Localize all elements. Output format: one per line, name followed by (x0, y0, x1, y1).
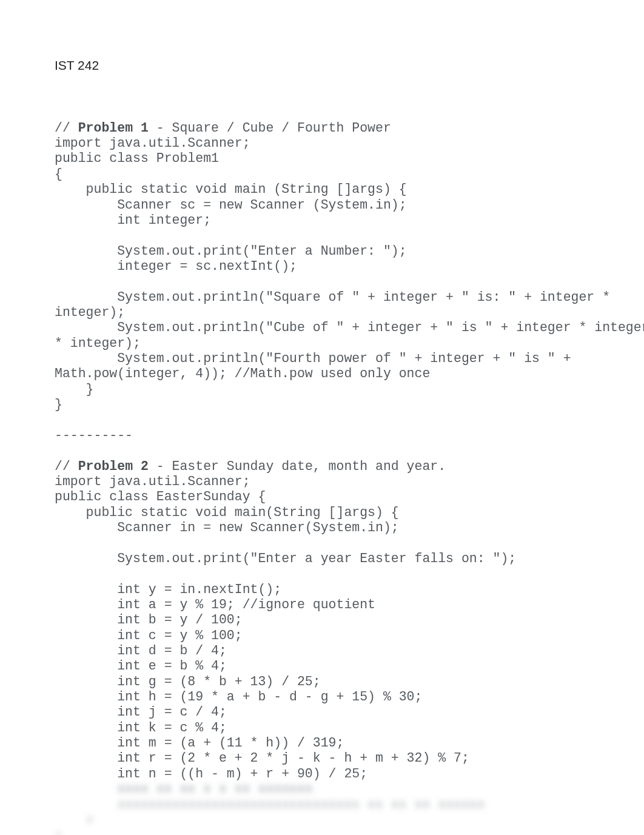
p2-title: Problem 2 (78, 459, 149, 474)
code-block: // Problem 1 - Square / Cube / Fourth Po… (55, 90, 589, 835)
p1-body: import java.util.Scanner; public class P… (55, 136, 644, 443)
document-page: IST 242 // Problem 1 - Square / Cube / F… (0, 0, 644, 835)
p1-title: Problem 1 (78, 121, 149, 135)
p2-body: import java.util.Scanner; public class E… (55, 474, 516, 781)
code-content: // Problem 1 - Square / Cube / Fourth Po… (55, 121, 589, 835)
obscured-region: xxxx xx xx x x xx xxxxxxx xxxxxxxxxxxxxx… (55, 782, 589, 835)
p2-comment-suffix: - Easter Sunday date, month and year. (149, 459, 446, 474)
obscured-line: xxxx xx xx x x xx xxxxxxx (55, 782, 589, 797)
obscured-line: x (55, 813, 589, 828)
p1-comment-prefix: // (55, 121, 78, 135)
p1-comment-suffix: - Square / Cube / Fourth Power (149, 121, 391, 135)
obscured-line: x (55, 828, 589, 835)
obscured-line: xxxxxxxxxxxxxxxxxxxxxxxxxxxxxxx xx xx xx… (55, 797, 589, 813)
p2-comment-prefix: // (55, 459, 78, 474)
course-header: IST 242 (55, 58, 589, 73)
